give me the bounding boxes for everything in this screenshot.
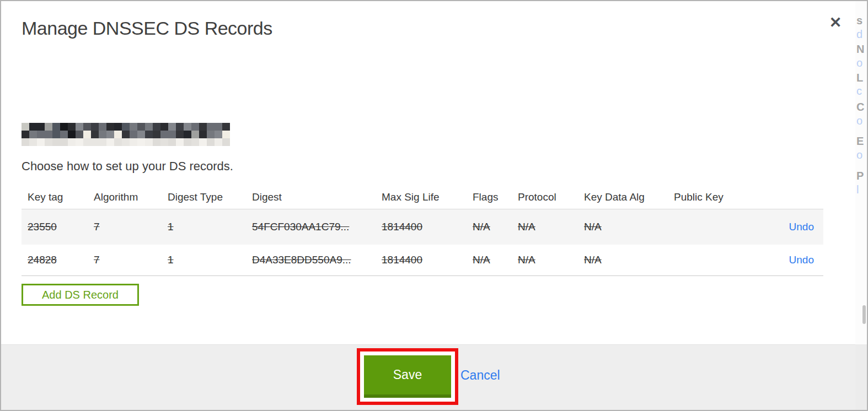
background-text-fragment: C <box>856 101 864 113</box>
cell-digest: D4A33E8DD550A9... <box>252 254 382 266</box>
header-digest: Digest <box>252 191 382 203</box>
scrollbar-thumb[interactable] <box>862 305 866 324</box>
header-key-tag: Key tag <box>28 191 94 203</box>
modal-footer: Save Cancel <box>1 344 856 410</box>
cell-digest-type: 1 <box>168 221 252 233</box>
header-digest-type: Digest Type <box>168 191 252 203</box>
instruction-text: Choose how to set up your DS records. <box>22 159 233 174</box>
cell-key-tag: 24828 <box>28 254 94 266</box>
manage-dnssec-modal: Manage DNSSEC DS Records ✕ Choose how to… <box>1 1 856 410</box>
background-page-footer-area <box>855 344 867 410</box>
undo-link[interactable]: Undo <box>789 254 814 266</box>
background-text-fragment: l <box>856 183 859 196</box>
header-max-sig-life: Max Sig Life <box>382 191 473 203</box>
red-highlight-annotation: Save <box>357 348 458 405</box>
background-page-sliver: sdNoLcCoEoPl <box>855 1 867 410</box>
redacted-domain-name <box>22 123 230 146</box>
cell-flags: N/A <box>473 254 518 266</box>
cell-key-data-alg: N/A <box>584 254 674 266</box>
page-title: Manage DNSSEC DS Records <box>22 18 272 39</box>
header-public-key: Public Key <box>674 191 757 203</box>
cell-max-sig-life: 1814400 <box>382 221 473 233</box>
background-text-fragment: s <box>856 14 862 27</box>
cell-digest-type: 1 <box>168 254 252 266</box>
cancel-link[interactable]: Cancel <box>460 368 500 383</box>
background-text-fragment: N <box>856 43 864 56</box>
header-flags: Flags <box>473 191 518 203</box>
cell-protocol: N/A <box>518 254 584 266</box>
background-text-fragment: o <box>856 57 862 69</box>
save-button[interactable]: Save <box>364 355 451 398</box>
header-key-data-alg: Key Data Alg <box>584 191 674 203</box>
background-text-fragment: o <box>856 115 862 127</box>
cell-algorithm: 7 <box>94 254 168 266</box>
close-icon[interactable]: ✕ <box>826 13 845 32</box>
cell-digest: 54FCF030AA1C79... <box>252 221 382 233</box>
cell-protocol: N/A <box>518 221 584 233</box>
background-text-fragment: L <box>856 72 863 84</box>
screenshot-frame: Manage DNSSEC DS Records ✕ Choose how to… <box>0 0 868 411</box>
cell-max-sig-life: 1814400 <box>382 254 473 266</box>
header-algorithm: Algorithm <box>94 191 168 203</box>
background-text-fragment: o <box>856 149 862 161</box>
background-text-fragment: d <box>856 28 862 41</box>
header-protocol: Protocol <box>518 191 584 203</box>
cell-flags: N/A <box>473 221 518 233</box>
ds-records-table: Key tag Algorithm Digest Type Digest Max… <box>22 186 823 276</box>
table-row: 23550 7 1 54FCF030AA1C79... 1814400 N/A … <box>22 209 823 245</box>
background-text-fragment: P <box>856 170 864 182</box>
undo-link[interactable]: Undo <box>789 221 814 232</box>
add-ds-record-button[interactable]: Add DS Record <box>22 284 139 306</box>
table-row: 24828 7 1 D4A33E8DD550A9... 1814400 N/A … <box>22 245 823 276</box>
cell-algorithm: 7 <box>94 221 168 233</box>
background-text-fragment: c <box>856 85 862 98</box>
background-text-fragment: E <box>856 135 864 148</box>
table-header-row: Key tag Algorithm Digest Type Digest Max… <box>22 186 823 209</box>
cell-key-tag: 23550 <box>28 221 94 233</box>
cell-key-data-alg: N/A <box>584 221 674 233</box>
